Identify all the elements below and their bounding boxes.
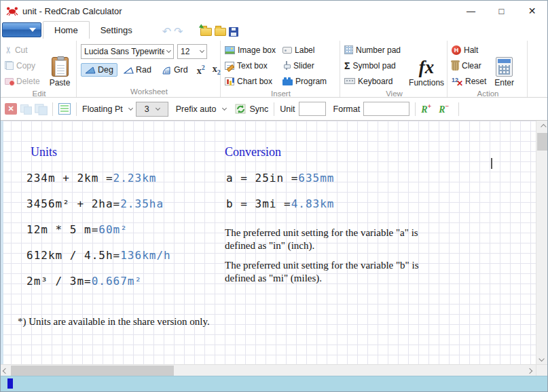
separator [458, 102, 459, 116]
copy-icon [5, 61, 14, 70]
sync-button[interactable]: Sync [235, 104, 269, 115]
grd-button[interactable]: 100 Grd [158, 63, 192, 77]
scroll-down-button[interactable] [536, 353, 548, 364]
slider-button[interactable]: Slider [282, 58, 327, 73]
vertical-scroll-thumb[interactable] [537, 133, 547, 151]
number-pad-button[interactable]: Number pad [344, 42, 401, 58]
slider-icon [282, 61, 291, 70]
trash-icon [452, 62, 459, 71]
equation-row[interactable]: 3456m² + 2ha=2.35ha [26, 197, 164, 210]
keyboard-button[interactable]: Keyboard [344, 73, 401, 89]
remove-region-button[interactable]: R− [439, 102, 453, 115]
ribbon-group-action: H Halt Clear 12 ✕ Reset [447, 41, 528, 97]
enter-button[interactable]: Enter [490, 42, 518, 89]
save-icon[interactable] [229, 27, 238, 37]
font-family-select[interactable]: Lucida Sans Typewrite [81, 44, 174, 59]
rad-button[interactable]: Rad [120, 63, 156, 77]
tab-home[interactable]: Home [43, 21, 90, 39]
vertical-scrollbar[interactable] [536, 121, 547, 364]
add-region-button[interactable]: R+ [421, 102, 435, 115]
format-toolbar: ✕ Floating Pt 3 Prefix auto Sync [1, 98, 547, 121]
chevron-down-icon [156, 105, 160, 110]
dropdown-arrow-icon [29, 28, 36, 32]
text-cursor [491, 158, 492, 169]
equation-row[interactable]: 2m³ / 3m=0.667m² [26, 275, 142, 288]
reset-icon: 12 ✕ [452, 77, 462, 86]
svg-text:100: 100 [164, 69, 170, 73]
cut-button[interactable]: ✂ Cut [5, 42, 40, 58]
status-bar [1, 376, 547, 391]
keyboard-icon [344, 78, 355, 84]
equation-row[interactable]: 612km / 4.5h=136km/h [26, 249, 171, 262]
delete-row-button[interactable]: ✕ [5, 103, 17, 115]
scroll-right-button[interactable] [525, 365, 534, 376]
precision-select[interactable]: 3 [136, 102, 168, 117]
symbol-pad-button[interactable]: Σ Symbol pad [344, 58, 401, 73]
unit-label: Unit [280, 104, 295, 114]
open-file-icon[interactable] [215, 28, 226, 36]
footnote-text: *) Units are available in the share vers… [18, 316, 210, 328]
bar-chart-icon [225, 77, 234, 85]
superscript-button[interactable]: x2 [194, 64, 208, 77]
sync-icon [235, 104, 246, 115]
app-menu-button[interactable] [2, 22, 41, 37]
redcrab-logo-icon [6, 6, 18, 16]
equation-row[interactable]: 12m * 5 m=60m² [26, 223, 128, 236]
tag-icon [282, 47, 292, 54]
chevron-down-icon [538, 355, 544, 361]
separator [274, 102, 274, 116]
delete-button[interactable]: Delete [5, 73, 40, 89]
reset-button[interactable]: 12 ✕ Reset [452, 73, 486, 89]
format-label: Format [333, 104, 361, 114]
label-button[interactable]: Label [282, 42, 327, 58]
paste-button[interactable]: Paste [45, 42, 75, 89]
tab-settings[interactable]: Settings [90, 21, 143, 39]
worksheet-canvas[interactable]: Units Conversion 234m + 2km =2.23km 3456… [1, 121, 536, 364]
scroll-up-button[interactable] [536, 121, 548, 132]
scrollbar-corner [536, 364, 547, 376]
scissors-icon: ✂ [3, 46, 14, 54]
clear-button[interactable]: Clear [452, 58, 486, 73]
rad-angle-icon [124, 66, 134, 74]
font-size-select[interactable]: 12 [177, 44, 207, 59]
image-box-button[interactable]: Image box [225, 42, 276, 58]
program-button[interactable]: Program [282, 73, 327, 89]
redo-icon[interactable]: ↷ [174, 27, 183, 37]
format-input[interactable] [363, 102, 409, 116]
chevron-down-icon [200, 48, 204, 53]
scroll-left-button[interactable] [1, 365, 10, 376]
undo-icon[interactable]: ↶ [162, 27, 171, 37]
horizontal-scrollbar[interactable] [1, 364, 536, 376]
copy-button[interactable]: Copy [5, 58, 40, 73]
floating-pt-dropdown[interactable]: Floating Pt [82, 104, 132, 114]
equation-row[interactable]: b = 3mi =4.83km [226, 197, 335, 210]
functions-button[interactable]: fx Functions [405, 42, 448, 89]
equation-row[interactable]: 234m + 2km =2.23km [26, 172, 156, 184]
chart-box-button[interactable]: Chart box [225, 73, 276, 89]
send-backward-icon[interactable] [35, 103, 48, 115]
text-box-button[interactable]: Text box [225, 58, 276, 73]
minimize-button[interactable]: — [456, 1, 486, 21]
close-button[interactable]: ✕ [517, 1, 547, 21]
line-list-icon[interactable] [58, 103, 71, 115]
bring-forward-icon[interactable] [20, 104, 32, 115]
horizontal-scroll-thumb[interactable] [11, 366, 174, 376]
unit-input[interactable] [299, 102, 326, 116]
maximize-button[interactable]: □ [486, 1, 517, 21]
horizontal-scrollbar-row [1, 364, 547, 376]
equation-row[interactable]: a = 25in =635mm [226, 172, 335, 184]
halt-button[interactable]: H Halt [452, 42, 486, 58]
text-page-icon [225, 62, 234, 70]
note-text: The preferred unit setting for the varia… [225, 227, 437, 252]
separator [52, 102, 53, 116]
ribbon-tab-bar: Home Settings ↶ ↷ [1, 21, 547, 39]
deg-button[interactable]: Deg [81, 63, 117, 77]
chevron-left-icon [3, 368, 8, 373]
ribbon-group-insert: Image box Text box Chart box Label [221, 41, 340, 97]
title-bar: unit - RedCrab Calculator — □ ✕ [1, 1, 547, 21]
prefix-dropdown[interactable]: Prefix auto [176, 104, 226, 114]
grd-gradian-icon: 100 [162, 66, 172, 75]
ribbon-group-view: Number pad Σ Symbol pad Keyboard fx Func… [340, 41, 447, 97]
import-file-icon[interactable] [200, 28, 212, 36]
app-window: unit - RedCrab Calculator — □ ✕ Home Set… [0, 0, 548, 392]
